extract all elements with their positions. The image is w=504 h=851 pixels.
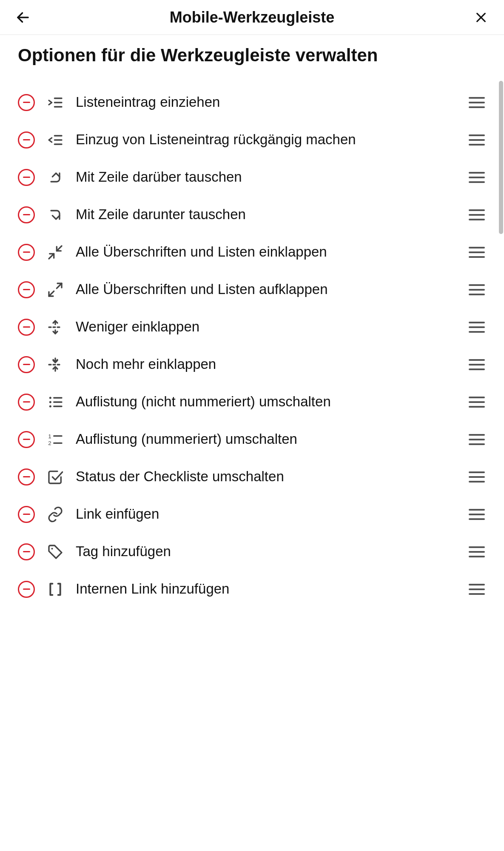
list-item: Noch mehr einklappen bbox=[18, 346, 486, 383]
bullet-list-icon bbox=[46, 393, 65, 411]
drag-handle[interactable] bbox=[467, 206, 486, 224]
list-item-label: Auflistung (nummeriert) umschalten bbox=[76, 430, 456, 449]
svg-point-19 bbox=[49, 397, 51, 399]
list-item-label: Alle Überschriften und Listen aufklappen bbox=[76, 280, 456, 299]
link-icon bbox=[46, 505, 65, 524]
swap-line-down-icon bbox=[46, 206, 65, 224]
svg-text:2: 2 bbox=[48, 440, 51, 446]
drag-handle[interactable] bbox=[467, 430, 486, 449]
remove-button[interactable] bbox=[18, 543, 35, 560]
list-item: Mit Zeile darüber tauschen bbox=[18, 159, 486, 196]
drag-handle[interactable] bbox=[467, 318, 486, 337]
list-item: Auflistung (nicht nummeriert) umschalten bbox=[18, 383, 486, 421]
remove-button[interactable] bbox=[18, 131, 35, 148]
remove-button[interactable] bbox=[18, 206, 35, 223]
list-item-label: Tag hinzufügen bbox=[76, 542, 456, 561]
list-item: Einzug von Listeneintrag rückgängig mach… bbox=[18, 121, 486, 159]
drag-handle[interactable] bbox=[467, 93, 486, 112]
fold-more-icon bbox=[46, 355, 65, 374]
close-button[interactable] bbox=[471, 7, 491, 28]
arrow-left-icon bbox=[15, 10, 31, 25]
remove-button[interactable] bbox=[18, 94, 35, 111]
list-item-label: Link einfügen bbox=[76, 505, 456, 524]
list-item-label: Noch mehr einklappen bbox=[76, 355, 456, 374]
svg-point-29 bbox=[51, 548, 53, 549]
list-item-label: Alle Überschriften und Listen einklappen bbox=[76, 243, 456, 262]
list-item-label: Internen Link hinzufügen bbox=[76, 580, 456, 599]
list-item-label: Status der Checkliste umschalten bbox=[76, 467, 456, 486]
list-item: Internen Link hinzufügen bbox=[18, 571, 486, 608]
header: Mobile-Werkzeugleiste bbox=[0, 0, 504, 35]
list-item: Alle Überschriften und Listen aufklappen bbox=[18, 271, 486, 308]
drag-handle[interactable] bbox=[467, 243, 486, 262]
drag-handle[interactable] bbox=[467, 280, 486, 299]
list-item: Listeneintrag einziehen bbox=[18, 84, 486, 121]
list-item: Tag hinzufügen bbox=[18, 533, 486, 571]
drag-handle[interactable] bbox=[467, 505, 486, 524]
list-item-label: Mit Zeile darüber tauschen bbox=[76, 168, 456, 187]
list-item-label: Weniger einklappen bbox=[76, 317, 456, 337]
list-item-label: Listeneintrag einziehen bbox=[76, 93, 456, 112]
fold-less-icon bbox=[46, 318, 65, 337]
svg-line-12 bbox=[49, 291, 54, 296]
list-item: Mit Zeile darunter tauschen bbox=[18, 196, 486, 234]
list-item: Status der Checkliste umschalten bbox=[18, 458, 486, 496]
list-item: Link einfügen bbox=[18, 496, 486, 533]
close-icon bbox=[474, 11, 488, 24]
remove-button[interactable] bbox=[18, 281, 35, 298]
page-title: Mobile-Werkzeugleiste bbox=[33, 9, 471, 26]
remove-button[interactable] bbox=[18, 468, 35, 485]
list-item-label: Einzug von Listeneintrag rückgängig mach… bbox=[76, 130, 456, 149]
list-item-label: Mit Zeile darunter tauschen bbox=[76, 205, 456, 224]
remove-button[interactable] bbox=[18, 169, 35, 186]
list-item-label: Auflistung (nicht nummeriert) umschalten bbox=[76, 392, 456, 411]
svg-line-11 bbox=[57, 283, 62, 288]
drag-handle[interactable] bbox=[467, 131, 486, 149]
drag-handle[interactable] bbox=[467, 468, 486, 486]
back-button[interactable] bbox=[13, 7, 33, 28]
svg-point-21 bbox=[49, 405, 51, 407]
tag-icon bbox=[46, 543, 65, 561]
unfold-all-icon bbox=[46, 280, 65, 299]
indent-list-icon bbox=[46, 93, 65, 112]
remove-button[interactable] bbox=[18, 356, 35, 373]
list-item: Alle Überschriften und Listen einklappen bbox=[18, 234, 486, 271]
remove-button[interactable] bbox=[18, 581, 35, 598]
list-item: Weniger einklappen bbox=[18, 308, 486, 346]
svg-point-20 bbox=[49, 401, 51, 403]
drag-handle[interactable] bbox=[467, 580, 486, 599]
toolbar-options-list: Listeneintrag einziehen Einzug von Liste… bbox=[0, 84, 504, 608]
remove-button[interactable] bbox=[18, 244, 35, 261]
svg-line-9 bbox=[49, 254, 54, 259]
list-item: 12 Auflistung (nummeriert) umschalten bbox=[18, 421, 486, 458]
remove-button[interactable] bbox=[18, 506, 35, 523]
unindent-list-icon bbox=[46, 131, 65, 149]
internal-link-icon bbox=[46, 580, 65, 599]
remove-button[interactable] bbox=[18, 319, 35, 336]
remove-button[interactable] bbox=[18, 431, 35, 448]
section-title: Optionen für die Werkzeugleiste verwalte… bbox=[0, 35, 504, 84]
svg-text:1: 1 bbox=[48, 433, 51, 439]
numbered-list-icon: 12 bbox=[46, 430, 65, 449]
drag-handle[interactable] bbox=[467, 168, 486, 187]
swap-line-up-icon bbox=[46, 168, 65, 187]
scrollbar[interactable] bbox=[499, 81, 503, 234]
checklist-icon bbox=[46, 468, 65, 486]
drag-handle[interactable] bbox=[467, 543, 486, 561]
drag-handle[interactable] bbox=[467, 355, 486, 374]
fold-all-icon bbox=[46, 243, 65, 262]
remove-button[interactable] bbox=[18, 394, 35, 411]
svg-line-10 bbox=[57, 246, 62, 251]
drag-handle[interactable] bbox=[467, 393, 486, 411]
